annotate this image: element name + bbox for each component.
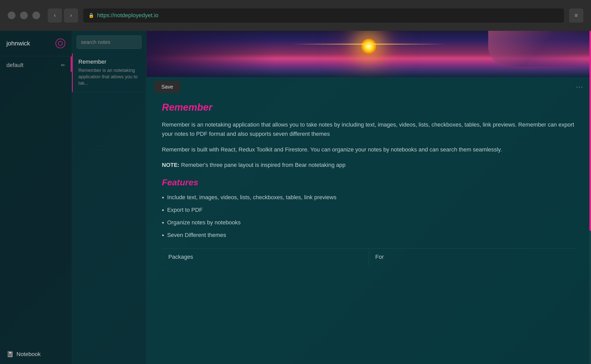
address-bar[interactable]: 🔒 https://notdeployedyet.io [83, 8, 564, 23]
sidebar-bottom: 📓 Notebook [0, 344, 72, 364]
note-item-title: Remember [78, 59, 141, 65]
app-container: johnwick default ✏ 📓 Notebook Remember R… [0, 31, 591, 364]
hero-cloud-left [146, 31, 275, 77]
sidebar-notebook-bottom-label: Notebook [16, 351, 41, 358]
lock-icon: 🔒 [88, 13, 94, 18]
back-button[interactable]: ‹ [48, 8, 62, 23]
nav-buttons: ‹ › [48, 8, 78, 23]
browser-menu-button[interactable]: ≡ [569, 8, 583, 23]
edit-icon: ✏ [61, 62, 65, 68]
sidebar-notebook-label: default [6, 62, 23, 69]
note-note: NOTE: Remeber's three pane layout is ins… [162, 160, 576, 170]
traffic-light-minimize[interactable] [20, 12, 28, 19]
table-cell-packages: Packages [162, 248, 369, 265]
search-bar [72, 31, 146, 53]
features-title: Features [162, 177, 576, 187]
notebook-icon: 📓 [6, 351, 13, 358]
toolbar: Save ··· [146, 77, 591, 97]
notes-list-panel: Remember Remember is an notetaking appli… [72, 31, 146, 364]
user-icon[interactable] [56, 39, 65, 48]
main-content: Save ··· Remember Remember is an notetak… [146, 31, 591, 364]
url-text: https://notdeployedyet.io [97, 12, 159, 19]
content-body: Remember Remember is an notetaking appli… [146, 97, 591, 364]
traffic-lights [8, 12, 40, 19]
note-text: Remeber's three pane layout is inspired … [179, 162, 345, 168]
feature-item-1: Include text, images, videos, lists, che… [162, 193, 576, 203]
note-title: Remember [162, 102, 576, 113]
traffic-light-maximize[interactable] [32, 12, 40, 19]
table-cell-for: For [369, 248, 576, 265]
search-input[interactable] [77, 35, 142, 49]
hero-cloud-right [488, 31, 591, 67]
bottom-table: Packages For [162, 248, 576, 265]
more-options-button[interactable]: ··· [576, 83, 583, 91]
hero-image [146, 31, 591, 77]
sidebar-user-section: johnwick [0, 31, 72, 56]
note-item-preview: Remember is an notetaking application th… [78, 67, 141, 87]
forward-button[interactable]: › [64, 8, 78, 23]
sidebar: johnwick default ✏ 📓 Notebook [0, 31, 72, 364]
traffic-light-close[interactable] [8, 12, 15, 19]
feature-item-4-text: Seven Different themes [167, 230, 226, 240]
feature-item-3: Organize notes by notebooks [162, 218, 576, 228]
feature-item-2-text: Export to PDF [167, 205, 202, 215]
feature-item-4: Seven Different themes [162, 230, 576, 241]
features-list: Include text, images, videos, lists, che… [162, 193, 576, 241]
sidebar-active-indicator [71, 56, 72, 72]
hero-ray [292, 44, 446, 45]
svg-point-0 [58, 41, 62, 45]
note-paragraph-1: Remember is an notetaking application th… [162, 120, 576, 139]
sidebar-notebook-item[interactable]: default ✏ [0, 56, 72, 74]
sidebar-username: johnwick [6, 40, 30, 47]
note-list-item[interactable]: Remember Remember is an notetaking appli… [72, 53, 146, 92]
feature-item-1-text: Include text, images, videos, lists, che… [167, 193, 336, 202]
save-button[interactable]: Save [154, 81, 180, 93]
hero-sun [361, 39, 376, 54]
feature-item-2: Export to PDF [162, 205, 576, 216]
feature-item-3-text: Organize notes by notebooks [167, 218, 241, 227]
browser-chrome: ‹ › 🔒 https://notdeployedyet.io ≡ [0, 0, 591, 31]
note-paragraph-2: Remember is built with React, Redux Tool… [162, 145, 576, 154]
note-label: NOTE: [162, 162, 179, 168]
